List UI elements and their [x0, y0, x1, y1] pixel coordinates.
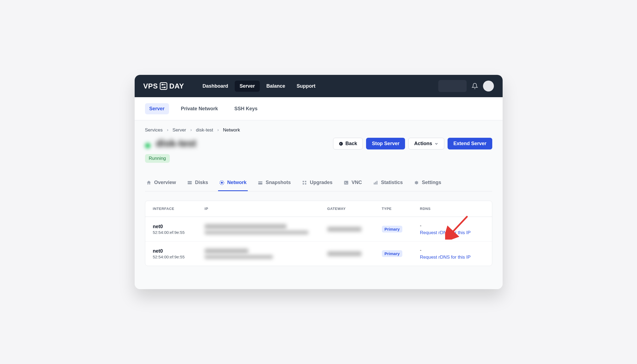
table-row: net0 52:54:00:ef:9e:55 Primary - Request… [145, 241, 492, 266]
svg-rect-12 [303, 183, 304, 184]
status-dot [145, 143, 150, 148]
topnav: Dashboard Server Balance Support [198, 81, 320, 92]
svg-rect-10 [303, 181, 304, 182]
svg-rect-9 [258, 183, 262, 185]
page-header: disk-test Running Back Stop Server Actio… [145, 138, 492, 163]
th-type: TYPE [382, 207, 420, 211]
tab-upgrades[interactable]: Upgrades [301, 177, 334, 191]
subnav: Server Private Network SSH Keys [135, 97, 503, 120]
extend-server-button[interactable]: Extend Server [448, 138, 492, 149]
logo-text-right: DAY [169, 82, 184, 90]
gateway-redacted [327, 227, 361, 232]
interface-mac: 52:54:00:ef:9e:55 [153, 230, 205, 235]
ip-redacted [205, 249, 248, 253]
svg-rect-15 [374, 183, 375, 185]
crumb-services[interactable]: Services [145, 127, 163, 133]
th-interface: INTERFACE [153, 207, 205, 211]
gateway-redacted [327, 251, 361, 256]
home-icon [146, 180, 152, 185]
svg-rect-11 [305, 181, 306, 182]
chevron-right-icon [216, 129, 220, 132]
svg-rect-17 [376, 181, 377, 184]
disk-icon [187, 180, 192, 185]
topbar-right [438, 80, 494, 92]
tab-overview[interactable]: Overview [145, 177, 177, 191]
body-area: Services Server disk-test Network disk-t… [135, 120, 503, 289]
bell-icon[interactable] [472, 83, 478, 89]
svg-rect-4 [188, 181, 192, 182]
topnav-support[interactable]: Support [292, 81, 320, 92]
topbar-placeholder-button[interactable] [438, 80, 467, 92]
tab-vnc-label: VNC [352, 180, 362, 185]
avatar[interactable] [483, 81, 494, 91]
tab-disks[interactable]: Disks [186, 177, 209, 191]
section-tabs: Overview Disks Network Snapshots Upgrade… [145, 177, 492, 191]
cell-gateway [327, 251, 382, 256]
svg-rect-0 [160, 83, 167, 90]
tab-network[interactable]: Network [218, 177, 248, 191]
logo-text-left: VPS [143, 82, 158, 90]
ip-redacted-2 [205, 255, 273, 259]
tab-snapshots[interactable]: Snapshots [256, 177, 292, 191]
th-ip: IP [205, 207, 327, 211]
svg-rect-13 [305, 183, 306, 184]
svg-rect-16 [375, 182, 376, 184]
network-table: INTERFACE IP GATEWAY TYPE RDNS net0 52:5… [145, 201, 492, 266]
tab-vnc[interactable]: VNC [342, 177, 363, 191]
ip-redacted-2 [205, 231, 308, 234]
chart-icon [373, 180, 378, 185]
stop-server-button[interactable]: Stop Server [366, 138, 405, 149]
subnav-ssh-keys[interactable]: SSH Keys [230, 103, 262, 114]
arrow-left-circle-icon [339, 142, 343, 146]
chevron-right-icon [189, 129, 193, 132]
page-title-block: disk-test Running [145, 138, 197, 163]
chevron-right-icon [166, 129, 169, 132]
interface-name: net0 [153, 224, 205, 230]
topnav-balance[interactable]: Balance [261, 81, 290, 92]
page-title: disk-test [156, 138, 196, 149]
breadcrumb: Services Server disk-test Network [145, 127, 492, 133]
request-rdns-link[interactable]: Request rDNS for this IP [420, 230, 484, 235]
tab-disks-label: Disks [195, 180, 208, 185]
crumb-disktest[interactable]: disk-test [196, 127, 213, 133]
tab-upgrades-label: Upgrades [310, 180, 333, 185]
terminal-icon [343, 180, 349, 185]
tab-overview-label: Overview [154, 180, 176, 185]
ip-redacted [205, 224, 286, 229]
network-icon [219, 180, 225, 185]
topnav-server[interactable]: Server [235, 81, 260, 92]
svg-point-6 [221, 182, 222, 183]
th-rdns: RDNS [420, 207, 484, 211]
request-rdns-link[interactable]: Request rDNS for this IP [420, 255, 484, 260]
cell-ip [205, 249, 327, 259]
svg-rect-8 [258, 181, 262, 182]
gear-icon [414, 180, 419, 185]
cell-type: Primary [382, 226, 420, 233]
actions-menu-button[interactable]: Actions [408, 138, 444, 149]
snapshot-icon [258, 180, 263, 185]
topnav-dashboard[interactable]: Dashboard [198, 81, 233, 92]
back-button[interactable]: Back [333, 138, 363, 149]
tab-settings[interactable]: Settings [413, 177, 442, 191]
tab-statistics[interactable]: Statistics [372, 177, 404, 191]
chevron-down-icon [434, 142, 439, 146]
logo[interactable]: VPS DAY [143, 82, 184, 90]
subnav-server[interactable]: Server [145, 103, 169, 114]
actions-menu-label: Actions [414, 141, 432, 146]
interface-name: net0 [153, 248, 205, 254]
tab-statistics-label: Statistics [381, 180, 403, 185]
cell-rdns: - Request rDNS for this IP [420, 223, 484, 235]
cell-rdns: - Request rDNS for this IP [420, 247, 484, 260]
rdns-value: - [420, 247, 422, 253]
tab-settings-label: Settings [422, 180, 441, 185]
subnav-private-network[interactable]: Private Network [177, 103, 222, 114]
app-window: VPS DAY Dashboard Server Balance Support… [135, 75, 503, 289]
crumb-server[interactable]: Server [173, 127, 186, 133]
cell-gateway [327, 227, 382, 232]
svg-rect-14 [344, 181, 348, 184]
type-badge: Primary [382, 226, 403, 233]
th-gateway: GATEWAY [327, 207, 382, 211]
topbar: VPS DAY Dashboard Server Balance Support [135, 75, 503, 97]
svg-point-3 [339, 142, 343, 145]
type-badge: Primary [382, 250, 403, 257]
